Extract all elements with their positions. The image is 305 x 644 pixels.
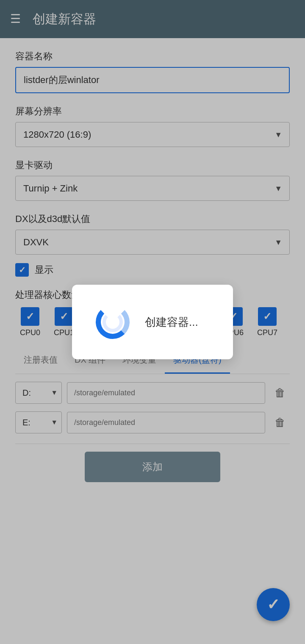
loading-overlay: 创建容器...	[0, 0, 305, 644]
loading-card: 创建容器...	[72, 285, 233, 359]
loading-spinner	[96, 305, 130, 339]
loading-text: 创建容器...	[145, 315, 198, 330]
